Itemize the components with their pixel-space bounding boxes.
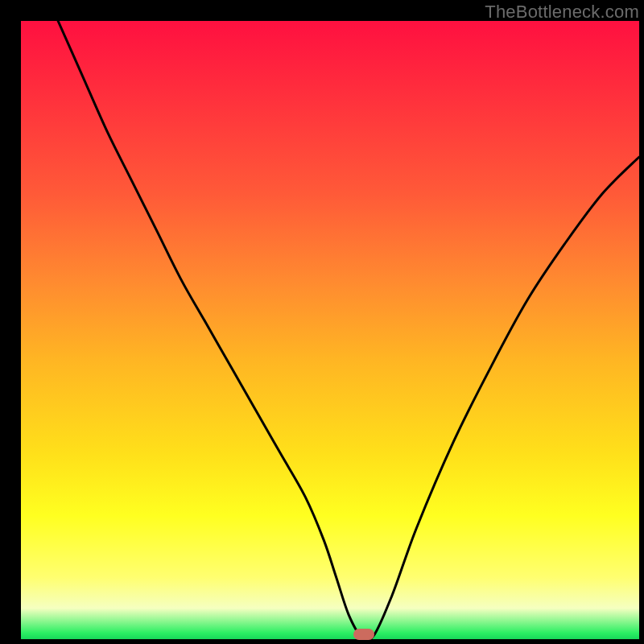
curve-path xyxy=(58,21,639,639)
optimum-marker xyxy=(353,629,374,640)
bottleneck-curve xyxy=(21,21,639,639)
watermark-text: TheBottleneck.com xyxy=(485,2,639,23)
plot-area xyxy=(21,21,639,639)
chart-frame: TheBottleneck.com xyxy=(0,0,644,644)
